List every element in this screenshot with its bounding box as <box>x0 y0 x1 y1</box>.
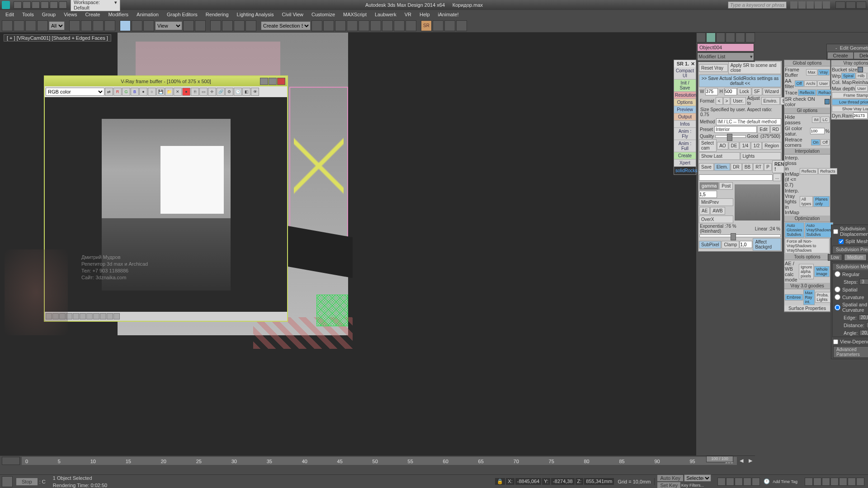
sr-q14-button[interactable]: 1/4 <box>740 142 750 150</box>
modifier-list-dropdown[interactable]: Modifier List▾ <box>697 52 754 61</box>
select-object-button[interactable] <box>69 20 80 31</box>
sr-subpixel-button[interactable]: SubPixel <box>699 241 721 249</box>
vfb-g-button[interactable]: G <box>122 88 130 96</box>
sr-edit-button[interactable]: Edit <box>757 126 769 133</box>
dist-input[interactable]: 20,0 <box>866 322 868 328</box>
sr-w-input[interactable] <box>705 88 718 95</box>
pivot-button[interactable] <box>183 20 194 31</box>
arc-rotate-icon[interactable] <box>813 478 821 486</box>
cmd-tab-hierarchy[interactable] <box>716 33 726 42</box>
menu-customize[interactable]: Customize <box>308 11 339 18</box>
ref-coord-system[interactable]: View <box>155 21 182 30</box>
pan-icon[interactable] <box>805 478 813 486</box>
ig-refracts-button[interactable]: Refracts <box>818 168 837 174</box>
sr-clamp-button[interactable]: Clamp <box>722 241 739 249</box>
redo-button[interactable] <box>14 20 24 31</box>
menu-tools[interactable]: Tools <box>19 11 38 18</box>
time-slider[interactable]: 0510 152025 303540 455055 606570 758085 … <box>0 455 755 465</box>
edit-geometry-hdr[interactable]: - Edit Geometry <box>827 44 868 52</box>
z-value[interactable]: 855,341mm <box>584 478 614 485</box>
zoom-extents-icon[interactable] <box>839 478 847 486</box>
qat-redo-icon[interactable] <box>50 1 58 9</box>
select-region-button[interactable] <box>93 20 104 31</box>
preset-med-button[interactable]: Medium <box>844 254 867 261</box>
infocenter-search[interactable] <box>728 1 787 9</box>
method-spatial-radio[interactable] <box>835 286 840 292</box>
vfb-switch-icon[interactable]: ⇄ <box>105 88 113 96</box>
vfb-r-button[interactable]: R <box>113 88 122 96</box>
sr-expo-slider[interactable] <box>699 235 781 237</box>
workspace-dropdown[interactable]: Workspace: Default▾ <box>71 0 120 11</box>
sr-rt-button[interactable]: RT <box>753 163 764 171</box>
aa-user-button[interactable]: User <box>817 80 830 87</box>
qat-new-icon[interactable] <box>14 1 22 9</box>
gisat-input[interactable] <box>810 128 825 134</box>
cmd-tab-utilities[interactable] <box>745 33 755 42</box>
timetag-icon[interactable]: 🕐 <box>764 479 770 484</box>
cmd-tab-display[interactable] <box>736 33 745 42</box>
preset-low-button[interactable]: Low <box>828 254 842 261</box>
vfb-corrections-icon[interactable]: ⚙ <box>225 88 233 96</box>
keymode-select[interactable]: Selected <box>684 474 711 482</box>
vfb-close[interactable] <box>277 78 285 85</box>
iv-planes-button[interactable]: Planes only <box>813 196 830 207</box>
exchange-icon[interactable] <box>807 1 814 9</box>
vfb-stat-2[interactable] <box>52 313 59 319</box>
spinner-snap-button[interactable] <box>245 20 256 31</box>
add-time-tag[interactable]: Add Time Tag <box>773 479 797 484</box>
retrace-on-button[interactable]: On <box>811 139 820 145</box>
sr-region-button[interactable]: Region <box>762 142 781 150</box>
vfb-minimize[interactable] <box>260 78 268 85</box>
sr-affect-button[interactable]: Affect Backgrd <box>753 238 781 251</box>
lowthread-button[interactable]: Low thread priority <box>832 99 868 105</box>
advparams-button[interactable]: Advanced Parameters <box>833 346 868 358</box>
framestamp-button[interactable]: Frame Stamp <box>832 92 868 99</box>
stop-button[interactable]: Stop <box>16 478 38 485</box>
vfb-mono-button[interactable]: ○ <box>148 88 156 96</box>
menu-maxscript[interactable]: MAXScript <box>340 11 370 18</box>
named-selection[interactable]: Create Selection Se <box>261 21 311 30</box>
signin-icon[interactable] <box>798 1 806 9</box>
sr-progress-more[interactable]: ... <box>773 174 781 181</box>
y-value[interactable]: -8274,38 <box>551 478 574 485</box>
menu-modifiers[interactable]: Modifiers <box>104 11 132 18</box>
align-button[interactable] <box>323 20 334 31</box>
ignorealpha-button[interactable]: Ignore alpha pixels <box>799 264 814 279</box>
sr-save-button[interactable]: Save <box>699 163 714 171</box>
sr-apply-button[interactable]: Apply SR to scene and close <box>728 61 781 74</box>
minimize-button[interactable] <box>835 1 845 9</box>
maxray-button[interactable]: Max Ray int. <box>803 290 815 305</box>
vfb-compare-icon[interactable]: ◧ <box>242 88 250 96</box>
zoom-all-icon[interactable] <box>830 478 839 486</box>
menu-views[interactable]: Views <box>60 11 80 18</box>
vfb-region-icon[interactable]: ▭ <box>199 88 208 96</box>
lock-icon[interactable]: 🔒 <box>495 478 505 485</box>
method-sac-radio[interactable] <box>835 305 840 310</box>
trace-reflects-button[interactable]: Reflects <box>798 89 816 96</box>
sr-dr-button[interactable]: DR <box>731 163 741 171</box>
viewport-label[interactable]: [ + ] [VRayCam001] [Shaded + Edged Faces… <box>4 34 111 42</box>
maxscript-listener-icon[interactable] <box>2 476 13 487</box>
vfb-history-icon[interactable]: 🕒 <box>234 88 242 96</box>
select-rotate-button[interactable] <box>132 20 142 31</box>
vfb-lens-icon[interactable]: 👁 <box>251 88 259 96</box>
vfb-clear-icon[interactable]: ✕ <box>174 88 182 96</box>
infocenter-icon[interactable] <box>790 1 797 9</box>
vfb-stat-1[interactable] <box>46 313 52 319</box>
srp-options[interactable]: Options <box>674 99 696 106</box>
sr-ao-button[interactable]: AO <box>717 142 728 150</box>
forceshadow-button[interactable]: Force all Non-VrayShadows to VrayShadows <box>785 238 830 253</box>
vfb-stat-7[interactable] <box>86 313 93 319</box>
vfb-maximize[interactable] <box>269 78 277 85</box>
sr-reset-button[interactable]: Reset Vray <box>699 64 728 72</box>
hp-lc-button[interactable]: LC <box>821 117 830 123</box>
goto-end-icon[interactable] <box>752 478 760 486</box>
favorite-icon[interactable] <box>815 1 822 9</box>
menu-lighting[interactable]: Lighting Analysis <box>233 11 278 18</box>
keyfilters-button[interactable]: Key Filters... <box>681 483 704 488</box>
sr-user-button[interactable]: User. <box>731 97 745 105</box>
sr-awb-button[interactable]: AWB <box>710 207 725 215</box>
help-icon[interactable] <box>823 1 830 9</box>
angle-input[interactable]: 20,0 <box>859 330 868 336</box>
srp-output[interactable]: Output <box>674 113 696 121</box>
